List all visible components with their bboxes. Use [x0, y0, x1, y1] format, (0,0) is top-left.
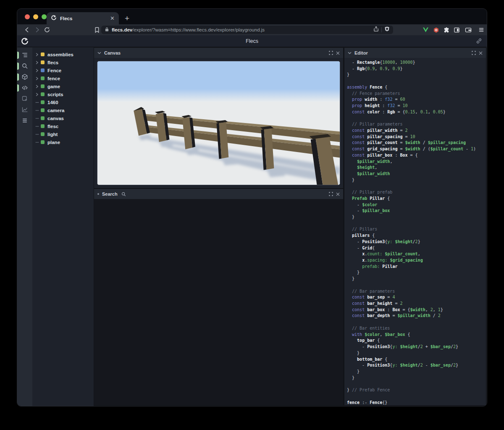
code-editor[interactable]: - Rectangle{10000, 10000} - Rgb{0.9, 0.9…	[344, 58, 486, 405]
code-line: Prefab Pillar {	[347, 196, 486, 202]
tool-code-icon[interactable]	[17, 82, 32, 93]
expand-arrow-icon[interactable]	[35, 53, 41, 56]
code-line: assembly Fence {	[347, 84, 486, 91]
expand-arrow-icon[interactable]	[35, 93, 41, 96]
code-line: }	[347, 72, 486, 78]
red-badge-icon[interactable]	[432, 26, 440, 34]
tool-entities-stack-icon[interactable]	[17, 115, 32, 126]
expand-arrow-icon[interactable]	[35, 61, 41, 64]
tree-item-flesc[interactable]: flesc	[32, 122, 94, 130]
close-window-button[interactable]	[25, 14, 30, 19]
code-line	[347, 393, 486, 400]
url-bar[interactable]: flecs.dev/explorer/?wasm=https://www.fle…	[101, 26, 393, 34]
code-line: with $color, $bar_box {	[347, 332, 486, 338]
expand-arrow-icon[interactable]	[35, 69, 41, 72]
search-results-area[interactable]	[94, 199, 343, 405]
tool-stats-icon[interactable]	[17, 104, 32, 115]
minimize-window-button[interactable]	[33, 14, 38, 19]
zoom-window-button[interactable]	[42, 14, 47, 19]
tree-item-label: game	[47, 84, 60, 89]
search-icon	[121, 192, 126, 197]
code-line: const bar_box : Box = {$width, 2, 1}	[347, 307, 486, 313]
tree-item-game[interactable]: game	[32, 82, 94, 90]
code-line: - Grid{	[347, 245, 486, 252]
chevron-down-icon[interactable]	[97, 51, 101, 55]
code-line: // Fence parameters	[347, 91, 486, 97]
browser-toolbar: flecs.dev/explorer/?wasm=https://www.fle…	[17, 24, 487, 35]
reload-icon[interactable]	[43, 26, 51, 34]
expand-icon[interactable]	[472, 51, 476, 55]
tree-item-1460[interactable]: 1460	[32, 98, 94, 106]
share-icon[interactable]	[373, 26, 379, 34]
code-line: }	[347, 350, 486, 357]
url-divider	[381, 27, 382, 32]
entity-color-square	[41, 132, 45, 136]
code-line	[347, 319, 486, 325]
code-line: bottom_bar {	[347, 357, 486, 363]
tree-item-assemblies[interactable]: assemblies	[32, 50, 94, 58]
close-icon[interactable]	[336, 192, 340, 196]
menu-icon[interactable]	[478, 26, 485, 34]
sidebar-icon[interactable]	[453, 26, 460, 34]
bookmark-icon[interactable]	[93, 26, 101, 34]
code-line: const pillar_count = $width / $pillar_sp…	[347, 140, 486, 146]
code-line: }	[347, 214, 486, 220]
code-line	[347, 78, 486, 84]
code-line: $pillar_width	[347, 171, 486, 177]
tree-item-canvas[interactable]: canvas	[32, 114, 94, 122]
expand-icon[interactable]	[329, 192, 333, 196]
wallet-icon[interactable]	[465, 26, 472, 34]
close-icon[interactable]	[479, 51, 483, 55]
browser-tab[interactable]: Flecs ✕	[47, 12, 119, 24]
extensions-puzzle-icon[interactable]	[443, 26, 450, 34]
tab-title: Flecs	[60, 16, 107, 21]
expand-icon[interactable]	[329, 51, 333, 55]
code-line: - Rgb{0.9, 0.9, 0.9}	[347, 66, 486, 72]
tool-tree-view-icon[interactable]	[17, 50, 32, 60]
tree-item-Fence[interactable]: Fence	[32, 66, 94, 74]
entity-color-square	[41, 68, 45, 72]
code-line: }	[347, 375, 486, 381]
vue-devtools-icon[interactable]	[422, 26, 429, 34]
app-header: Flecs	[17, 35, 487, 47]
link-icon[interactable]	[476, 38, 482, 46]
tool-search-icon[interactable]	[17, 60, 32, 71]
leaf-dash-icon	[35, 109, 41, 112]
chevron-down-icon[interactable]	[348, 51, 352, 55]
code-line	[347, 183, 486, 189]
code-line: - Position3{y: $height/2}	[347, 239, 486, 245]
brave-shield-icon[interactable]	[384, 26, 390, 34]
canvas-panel: Canvas	[94, 48, 343, 188]
tree-item-plane[interactable]: plane	[32, 138, 94, 146]
tool-inspector-icon[interactable]	[17, 93, 32, 104]
code-line: $pillar_width,	[347, 159, 486, 165]
url-text: flecs.dev/explorer/?wasm=https://www.fle…	[112, 27, 371, 32]
center-column: Canvas	[94, 47, 344, 406]
active-indicator	[17, 52, 19, 59]
canvas-3d-viewport[interactable]	[97, 61, 340, 185]
tree-item-flecs[interactable]: flecs	[32, 58, 94, 66]
active-indicator	[17, 73, 19, 81]
leaf-dash-icon	[35, 133, 41, 136]
tab-close-icon[interactable]: ✕	[110, 16, 115, 21]
entity-color-square	[41, 52, 45, 56]
code-line: prefab: Pillar	[347, 264, 486, 270]
expand-arrow-icon[interactable]	[35, 77, 41, 80]
code-line: $height,	[347, 165, 486, 171]
tool-canvas-icon[interactable]	[17, 71, 32, 82]
tree-item-light[interactable]: light	[32, 130, 94, 138]
new-tab-button[interactable]: +	[125, 12, 129, 24]
tree-item-camera[interactable]: camera	[32, 106, 94, 114]
close-icon[interactable]	[336, 51, 340, 55]
tree-item-scripts[interactable]: scripts	[32, 90, 94, 98]
expand-arrow-icon[interactable]	[35, 85, 41, 88]
code-line: // Bar parameters	[347, 288, 486, 295]
forward-icon[interactable]	[34, 26, 41, 34]
back-icon[interactable]	[23, 26, 31, 34]
leaf-dash-icon	[35, 101, 41, 104]
code-line: // Pillar parameters	[347, 121, 486, 128]
canvas-panel-title: Canvas	[104, 50, 121, 55]
tree-item-fence[interactable]: fence	[32, 74, 94, 82]
code-line: x.spacing: $grid_spacing	[347, 257, 486, 264]
entity-color-square	[41, 84, 45, 88]
